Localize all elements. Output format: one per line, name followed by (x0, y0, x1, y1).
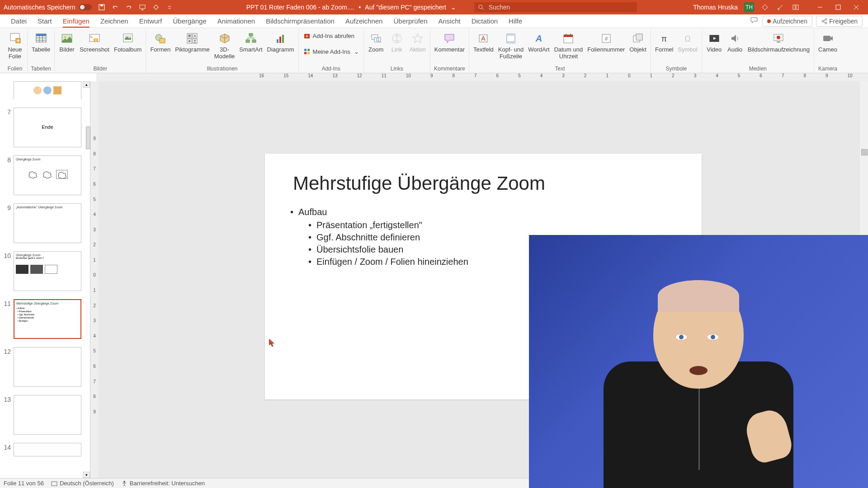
bilder-button[interactable]: Bilder (57, 30, 76, 53)
tab-hilfe[interactable]: Hilfe (503, 14, 528, 28)
tab-ansicht[interactable]: Ansicht (433, 14, 466, 28)
thumb-scroll-up[interactable]: ▴ (83, 81, 90, 88)
slide-thumb-12[interactable] (14, 347, 81, 387)
zoom-button[interactable]: Zoom (367, 30, 386, 53)
svg-rect-55 (636, 34, 642, 40)
maximize-button[interactable] (830, 2, 846, 13)
thumb-scroll-down[interactable]: ▾ (83, 472, 90, 478)
record-dot-icon (767, 19, 771, 23)
comments-pane-icon[interactable] (750, 16, 759, 25)
svg-rect-34 (282, 35, 284, 43)
formel-button[interactable]: πFormel (654, 30, 675, 53)
window-layout-icon[interactable] (791, 3, 800, 12)
save-icon[interactable] (97, 3, 106, 12)
tab-ueberpruefen[interactable]: Überprüfen (388, 14, 433, 28)
piktogramme-button[interactable]: Piktogramme (174, 30, 211, 53)
svg-point-16 (64, 36, 66, 38)
foliennummer-button[interactable]: #Foliennummer (586, 30, 626, 53)
svg-rect-51 (564, 35, 573, 37)
svg-rect-1 (100, 5, 103, 6)
close-button[interactable] (848, 2, 864, 13)
language-indicator[interactable]: Deutsch (Österreich) (51, 480, 114, 487)
qat-more-icon[interactable] (165, 3, 174, 12)
freigeben-button[interactable]: Freigeben (816, 16, 863, 27)
svg-text:π: π (661, 34, 667, 43)
tab-datei[interactable]: Datei (5, 14, 32, 28)
tab-aufzeichnen[interactable]: Aufzeichnen (340, 14, 388, 28)
user-avatar[interactable]: TH (744, 2, 754, 12)
tab-dictation[interactable]: Dictation (466, 14, 503, 28)
search-input[interactable]: Suchen (474, 2, 637, 12)
autosave-toggle[interactable] (79, 4, 92, 10)
ribbon-content: Neue Folie Folien Tabelle Tabellen Bilde… (0, 28, 868, 73)
wordart-button[interactable]: AWordArt (527, 30, 551, 53)
svg-text:#: # (604, 36, 608, 42)
accessibility-check[interactable]: Barrierefreiheit: Untersuchen (121, 480, 205, 487)
slide-thumb-14[interactable] (14, 443, 81, 456)
aufzeichnen-button[interactable]: Aufzeichnen (762, 16, 812, 27)
svg-point-10 (825, 22, 827, 24)
autosave-label: Automatisches Speichern (4, 4, 75, 11)
screenshot-button[interactable]: Screenshot (78, 30, 111, 53)
svg-rect-38 (304, 52, 307, 54)
slide-thumb-13[interactable] (14, 395, 81, 435)
slide-thumb-10[interactable]: Übergänge ZoomEinfacher geht's nicht !! (14, 251, 81, 291)
svg-rect-32 (277, 39, 278, 43)
slide-thumb-7[interactable]: Ende (14, 108, 81, 147)
kommentar-button[interactable]: Kommentar (433, 30, 466, 53)
slide-counter[interactable]: Folie 11 von 56 (4, 480, 44, 487)
svg-rect-30 (246, 40, 250, 42)
slide-thumb-9[interactable]: „Automatische" Übergänge Zoom (14, 203, 81, 243)
tab-uebergaenge[interactable]: Übergänge (168, 14, 212, 28)
pen-icon[interactable] (776, 3, 785, 12)
datum-uhrzeit-button[interactable]: Datum und Uhrzeit (553, 30, 585, 60)
formen-button[interactable]: Formen (149, 30, 172, 53)
ruler-pin[interactable] (86, 127, 90, 149)
smartart-button[interactable]: SmartArt (238, 30, 264, 53)
tab-start[interactable]: Start (32, 14, 57, 28)
svg-rect-48 (507, 41, 515, 43)
accessibility-icon (121, 480, 127, 487)
svg-rect-33 (279, 37, 281, 43)
undo-icon[interactable] (111, 3, 120, 12)
meine-addins-button[interactable]: Meine Add-Ins⌄ (302, 47, 361, 56)
tab-bildschirm[interactable]: Bildschirmpräsentation (260, 14, 340, 28)
slide-thumb-6[interactable] (14, 81, 81, 99)
autosave-group: Automatisches Speichern (4, 4, 92, 11)
svg-rect-22 (160, 38, 165, 43)
bullet-1: Aufbau (293, 207, 674, 217)
redo-icon[interactable] (124, 3, 133, 12)
present-from-start-icon[interactable] (138, 3, 147, 12)
video-button[interactable]: Video (705, 30, 724, 53)
svg-rect-2 (140, 5, 145, 9)
minimize-button[interactable] (812, 2, 828, 13)
bildschirmaufzeichnung-button[interactable]: Bildschirmaufzeichnung (746, 30, 811, 53)
slide-thumb-11[interactable]: Mehrstufige Übergänge Zoom• Aufbau • Prä… (14, 299, 81, 339)
touch-mode-icon[interactable] (151, 3, 160, 12)
svg-rect-37 (307, 49, 310, 51)
audio-button[interactable]: Audio (726, 30, 745, 53)
cameo-button[interactable]: Cameo (817, 30, 839, 53)
slide-thumb-8[interactable]: Übergänge Zoom (14, 155, 81, 195)
addins-abrufen-button[interactable]: Add-Ins abrufen (302, 32, 361, 40)
tab-animationen[interactable]: Animationen (212, 14, 260, 28)
group-folien: Neue Folie Folien (3, 30, 28, 73)
aktion-button: Aktion (408, 30, 427, 53)
mouse-cursor (269, 339, 274, 347)
tab-einfuegen[interactable]: Einfügen (57, 14, 95, 28)
svg-rect-29 (249, 33, 253, 36)
3d-modelle-button[interactable]: 3D- Modelle (213, 30, 236, 60)
tab-zeichnen[interactable]: Zeichnen (95, 14, 134, 28)
textfeld-button[interactable]: ATextfeld (472, 30, 495, 53)
diagramm-button[interactable]: Diagramm (266, 30, 296, 53)
kopf-fusszeile-button[interactable]: Kopf- und Fußzeile (497, 30, 525, 60)
tab-entwurf[interactable]: Entwurf (134, 14, 168, 28)
neue-folie-button[interactable]: Neue Folie (5, 30, 24, 60)
objekt-button[interactable]: Objekt (628, 30, 648, 53)
svg-rect-6 (796, 5, 798, 9)
svg-point-3 (154, 5, 158, 9)
diamond-icon[interactable] (760, 3, 769, 12)
fotoalbum-button[interactable]: Fotoalbum (113, 30, 143, 53)
tabelle-button[interactable]: Tabelle (30, 30, 52, 53)
svg-point-28 (194, 40, 196, 42)
